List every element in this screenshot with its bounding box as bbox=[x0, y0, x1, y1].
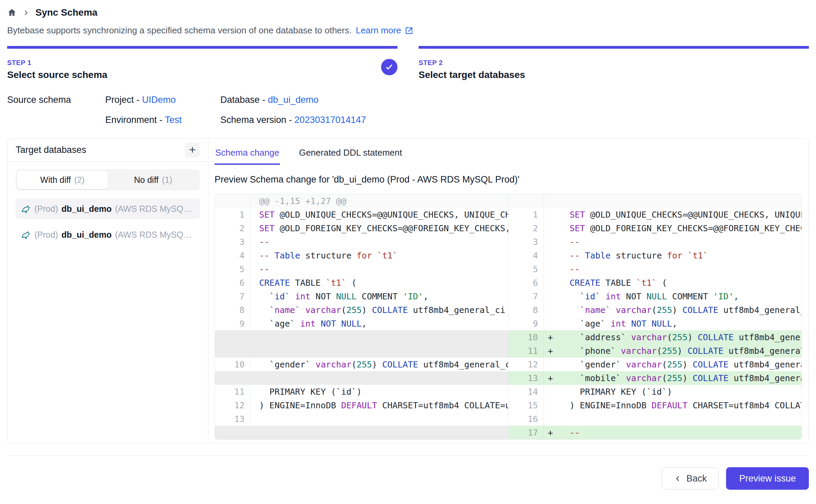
diff-row: 8 `name` varchar(255) COLLATE utf8mb4_ge… bbox=[508, 303, 802, 317]
schema-diff-viewer[interactable]: @@ -1,15 +1,27 @@1SET @OLD_UNIQUE_CHECKS… bbox=[215, 194, 802, 440]
code-line bbox=[250, 330, 508, 344]
tab-no-diff-count: (1) bbox=[162, 175, 172, 185]
line-number: 5 bbox=[508, 262, 544, 276]
line-number: 10 bbox=[215, 358, 250, 371]
target-database-item[interactable]: (Prod)db_ui_demo(AWS RDS MySQL Prod) bbox=[16, 199, 200, 219]
source-schema-summary: Source schema Project - UIDemo Database … bbox=[7, 95, 809, 125]
database-link[interactable]: db_ui_demo bbox=[268, 95, 319, 105]
schema-version-link[interactable]: 20230317014147 bbox=[295, 115, 366, 125]
diff-added-row: 13+ `mobile` varchar(255) COLLATE utf8mb… bbox=[508, 371, 802, 385]
diff-marker bbox=[544, 385, 560, 398]
diff-marker bbox=[544, 221, 560, 235]
step-2-label: STEP 2 bbox=[419, 59, 809, 67]
mysql-icon bbox=[20, 230, 31, 240]
line-number: 1 bbox=[215, 208, 250, 221]
tab-with-diff[interactable]: With diff (2) bbox=[17, 171, 108, 189]
project-link[interactable]: UIDemo bbox=[142, 95, 176, 105]
source-field-database: Database - db_ui_demo bbox=[220, 95, 809, 105]
line-number: 13 bbox=[508, 371, 544, 385]
learn-more-label: Learn more bbox=[356, 25, 401, 36]
database-environment: (Prod) bbox=[34, 230, 58, 240]
source-field-environment: Environment - Test bbox=[105, 115, 220, 125]
line-number: 13 bbox=[215, 412, 250, 426]
code-line bbox=[250, 426, 508, 439]
diff-row: 12 `gender` varchar(255) COLLATE utf8mb4… bbox=[508, 358, 802, 371]
diff-row: 14 PRIMARY KEY (`id`) bbox=[508, 385, 802, 398]
target-database-item[interactable]: (Prod)db_ui_demo(AWS RDS MySQL Prod) bbox=[16, 224, 200, 245]
line-number: 6 bbox=[215, 276, 250, 289]
learn-more-link[interactable]: Learn more bbox=[356, 25, 413, 36]
diff-marker bbox=[544, 235, 560, 249]
step-2-title: Select target databases bbox=[419, 69, 809, 80]
line-number: 17 bbox=[508, 426, 544, 439]
database-instance-suffix: (AWS RDS MySQL Prod) bbox=[115, 204, 195, 214]
step-1-progress-bar bbox=[7, 46, 397, 49]
environment-link[interactable]: Test bbox=[165, 115, 182, 125]
sync-schema-page: Sync Schema Bytebase supports synchroniz… bbox=[0, 0, 816, 490]
diff-added-row: 10+ `address` varchar(255) COLLATE utf8m… bbox=[508, 330, 802, 344]
diff-row: 10 `gender` varchar(255) COLLATE utf8mb4… bbox=[215, 358, 508, 371]
code-line: `name` varchar(255) COLLATE utf8mb4_gene… bbox=[250, 303, 508, 317]
code-line bbox=[250, 344, 508, 358]
target-databases-header: Target databases + bbox=[7, 139, 208, 162]
line-number: 1 bbox=[508, 208, 544, 221]
line-number: 7 bbox=[508, 289, 544, 303]
tab-generated-ddl[interactable]: Generated DDL statement bbox=[298, 144, 403, 165]
diff-row: 2SET @OLD_FOREIGN_KEY_CHECKS=@@FOREIGN_K… bbox=[508, 221, 802, 235]
code-line: `gender` varchar(255) COLLATE utf8mb4_ge… bbox=[250, 358, 508, 371]
code-line: -- bbox=[250, 235, 508, 249]
diff-row: 5-- bbox=[508, 262, 802, 276]
diff-placeholder-row bbox=[215, 371, 508, 385]
code-line: SET @OLD_FOREIGN_KEY_CHECKS=@@FOREIGN_KE… bbox=[560, 221, 802, 235]
target-databases-panel: Target databases + With diff (2) No diff… bbox=[7, 139, 208, 443]
stepper: STEP 1 Select source schema STEP 2 Selec… bbox=[7, 46, 809, 80]
diff-marker bbox=[544, 317, 560, 330]
diff-marker: + bbox=[544, 330, 560, 344]
line-number: 9 bbox=[508, 317, 544, 330]
preview-issue-button[interactable]: Preview issue bbox=[726, 467, 809, 490]
diff-row bbox=[508, 194, 802, 208]
line-number: 10 bbox=[508, 330, 544, 344]
diff-marker bbox=[544, 358, 560, 371]
database-field-label: Database - bbox=[220, 95, 268, 105]
diff-filter-tabs: With diff (2) No diff (1) bbox=[16, 169, 200, 190]
line-number: 6 bbox=[508, 276, 544, 289]
add-target-database-button[interactable]: + bbox=[185, 143, 200, 158]
project-field-label: Project - bbox=[105, 95, 142, 105]
line-number bbox=[215, 371, 250, 385]
tab-no-diff[interactable]: No diff (1) bbox=[108, 171, 199, 189]
code-line: `mobile` varchar(255) COLLATE utf8mb4_ge… bbox=[560, 371, 802, 385]
chevron-right-icon bbox=[23, 10, 29, 16]
source-schema-label: Source schema bbox=[7, 95, 105, 105]
diff-added-row: 17+-- bbox=[508, 426, 802, 439]
code-line: SET @OLD_UNIQUE_CHECKS=@@UNIQUE_CHECKS, … bbox=[560, 208, 802, 221]
diff-marker: + bbox=[544, 344, 560, 358]
tab-no-diff-label: No diff bbox=[134, 175, 159, 185]
tab-schema-change[interactable]: Schema change bbox=[215, 144, 280, 165]
step-1-completed-badge bbox=[381, 59, 397, 75]
diff-row: 5-- bbox=[215, 262, 508, 276]
diff-row: 6CREATE TABLE `t1` ( bbox=[508, 276, 802, 289]
main-card: Target databases + With diff (2) No diff… bbox=[7, 138, 809, 443]
diff-row: 4-- Table structure for `t1` bbox=[508, 249, 802, 262]
diff-row: 11 PRIMARY KEY (`id`) bbox=[215, 385, 508, 398]
target-databases-body: With diff (2) No diff (1) (Prod)db_ui_de… bbox=[7, 162, 208, 252]
diff-placeholder-row bbox=[215, 426, 508, 439]
code-line: `id` int NOT NULL COMMENT 'ID', bbox=[560, 289, 802, 303]
diff-row: 9 `age` int NOT NULL, bbox=[508, 317, 802, 330]
line-number: 11 bbox=[508, 344, 544, 358]
diff-marker bbox=[544, 194, 560, 208]
database-instance-suffix: (AWS RDS MySQL Prod) bbox=[115, 230, 195, 240]
code-line: -- bbox=[560, 262, 802, 276]
code-line: ) ENGINE=InnoDB DEFAULT CHARSET=utf8mb4 … bbox=[560, 398, 802, 412]
line-number bbox=[215, 344, 250, 358]
diff-row: 7 `id` int NOT NULL COMMENT 'ID', bbox=[215, 289, 508, 303]
diff-row: 16 bbox=[508, 412, 802, 426]
home-icon[interactable] bbox=[7, 8, 17, 17]
footer-divider bbox=[7, 455, 809, 456]
diff-marker: + bbox=[544, 426, 560, 439]
line-number: 16 bbox=[508, 412, 544, 426]
diff-placeholder-row bbox=[215, 344, 508, 358]
code-line: SET @OLD_FOREIGN_KEY_CHECKS=@@FOREIGN_KE… bbox=[250, 221, 508, 235]
back-button[interactable]: Back bbox=[662, 468, 719, 489]
